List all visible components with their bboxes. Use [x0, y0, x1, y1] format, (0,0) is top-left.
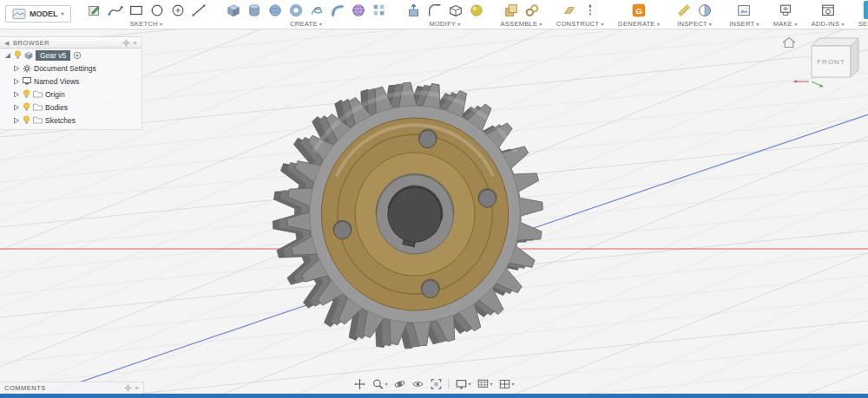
collapsed-triangle-icon[interactable]	[13, 91, 20, 98]
select-menu[interactable]: SELECT▾	[858, 19, 868, 29]
modify-menu[interactable]: MODIFY▾	[429, 19, 460, 29]
rectangle-button[interactable]	[126, 1, 147, 19]
visibility-bulb-icon[interactable]	[23, 115, 30, 125]
browser-root-row[interactable]: Gear v5	[0, 49, 141, 62]
new-component-button[interactable]	[501, 1, 522, 19]
visibility-bulb-icon[interactable]	[14, 50, 22, 60]
caret-down-icon: ▾	[319, 22, 322, 27]
look-at-button[interactable]	[409, 377, 426, 391]
comments-expand-icon[interactable]: »	[135, 385, 139, 391]
orbit-button[interactable]	[391, 377, 408, 391]
center-point-circle-icon	[170, 3, 186, 18]
spline-button[interactable]	[105, 1, 126, 19]
insert-canvas-button[interactable]	[733, 1, 754, 19]
3d-print-button[interactable]	[775, 1, 796, 19]
generate-icons: G	[628, 1, 649, 19]
fit-button[interactable]	[427, 377, 444, 391]
browser-item-document-settings[interactable]: Document Settings	[0, 62, 141, 75]
pipe-button[interactable]	[327, 1, 348, 19]
zoom-button[interactable]: ▾	[369, 377, 390, 391]
box-button[interactable]	[223, 1, 244, 19]
browser-item-origin[interactable]: Origin	[0, 88, 141, 101]
coil-button[interactable]	[306, 1, 327, 19]
rectangular-pattern-button[interactable]	[369, 1, 390, 19]
sketch-icons	[84, 1, 209, 19]
browser-item-bodies[interactable]: Bodies	[0, 101, 141, 114]
collapsed-triangle-icon[interactable]	[13, 65, 20, 72]
select-button[interactable]	[864, 1, 868, 19]
caret-down-icon: ▾	[841, 22, 844, 27]
addins-menu[interactable]: ADD-INS▾	[811, 19, 844, 29]
section-analysis-button[interactable]	[694, 1, 715, 19]
visibility-bulb-icon[interactable]	[23, 102, 30, 112]
home-icon[interactable]	[783, 38, 795, 48]
cylinder-button[interactable]	[244, 1, 265, 19]
viewport-3d[interactable]: ◀ BROWSER » Gear v5 Document Settings	[0, 29, 868, 394]
form-button[interactable]	[348, 1, 369, 19]
joint-button[interactable]	[522, 1, 542, 19]
pipe-icon	[330, 3, 345, 18]
grid-and-snaps-button[interactable]: ▾	[475, 377, 496, 391]
make-menu[interactable]: MAKE▾	[773, 19, 798, 29]
tree-item-label[interactable]: Origin	[45, 90, 65, 99]
panel-expand-icon[interactable]: »	[134, 40, 137, 46]
measure-button[interactable]	[674, 1, 694, 19]
look-at-eye-icon	[411, 378, 424, 390]
create-sketch-button[interactable]	[84, 1, 105, 19]
group-label: SELECT	[858, 20, 868, 28]
tree-item-label[interactable]: Document Settings	[34, 64, 96, 73]
appearance-button[interactable]	[466, 1, 487, 19]
panel-settings-icon[interactable]	[122, 39, 130, 47]
comments-bar[interactable]: COMMENTS »	[0, 382, 144, 394]
center-point-circle-button[interactable]	[168, 1, 188, 19]
rectangular-pattern-icon	[372, 3, 387, 18]
scripts-and-addins-icon	[820, 3, 836, 18]
scripts-and-addins-button[interactable]	[818, 1, 838, 19]
generate-menu[interactable]: GENERATE▾	[618, 19, 660, 29]
construction-axis-button[interactable]	[580, 1, 601, 19]
view-cube[interactable]: FRONT	[812, 38, 858, 77]
shell-button[interactable]	[445, 1, 466, 19]
construct-menu[interactable]: CONSTRUCT▾	[556, 19, 604, 29]
insert-menu[interactable]: INSERT▾	[729, 19, 759, 29]
grid-icon	[477, 378, 490, 390]
fusion-360-app: MODEL ▾ SKETCH▾	[0, 0, 868, 398]
collapsed-triangle-icon[interactable]	[13, 104, 20, 111]
activate-component-radio-icon[interactable]	[73, 51, 82, 60]
torus-button[interactable]	[286, 1, 306, 19]
expand-triangle-icon[interactable]	[4, 52, 11, 59]
select-icons	[864, 1, 868, 19]
visibility-bulb-icon[interactable]	[23, 89, 30, 99]
toolbar-group-make: MAKE▾	[768, 0, 803, 29]
browser-item-sketches[interactable]: Sketches	[0, 114, 141, 127]
caret-down-icon: ▾	[457, 22, 460, 27]
tree-item-label[interactable]: Named Views	[34, 77, 79, 86]
collapsed-triangle-icon[interactable]	[13, 78, 20, 85]
cylinder-icon	[247, 3, 262, 18]
workspace-switcher[interactable]: MODEL ▾	[5, 5, 71, 23]
comments-settings-icon[interactable]	[124, 384, 132, 392]
construction-axis-icon	[582, 3, 598, 18]
browser-title: BROWSER	[13, 39, 49, 47]
sphere-button[interactable]	[265, 1, 286, 19]
root-component-name[interactable]: Gear v5	[36, 50, 70, 61]
display-settings-button[interactable]: ▾	[452, 377, 473, 391]
generate-button[interactable]: G	[628, 1, 649, 19]
construction-plane-button[interactable]	[559, 1, 580, 19]
tree-item-label[interactable]: Bodies	[45, 103, 68, 112]
pan-button[interactable]	[351, 377, 368, 391]
display-settings-icon	[455, 378, 467, 390]
inspect-menu[interactable]: INSPECT▾	[677, 19, 712, 29]
circle-button[interactable]	[147, 1, 168, 19]
collapse-panel-icon[interactable]: ◀	[4, 40, 10, 46]
assemble-menu[interactable]: ASSEMBLE▾	[501, 19, 542, 29]
line-button[interactable]	[188, 1, 209, 19]
sketch-menu[interactable]: SKETCH▾	[130, 19, 163, 29]
collapsed-triangle-icon[interactable]	[13, 117, 20, 124]
fillet-button[interactable]	[424, 1, 445, 19]
press-pull-button[interactable]	[404, 1, 424, 19]
create-menu[interactable]: CREATE▾	[290, 19, 322, 29]
browser-item-named-views[interactable]: Named Views	[0, 75, 141, 88]
tree-item-label[interactable]: Sketches	[45, 116, 76, 125]
viewports-button[interactable]: ▾	[496, 377, 517, 391]
